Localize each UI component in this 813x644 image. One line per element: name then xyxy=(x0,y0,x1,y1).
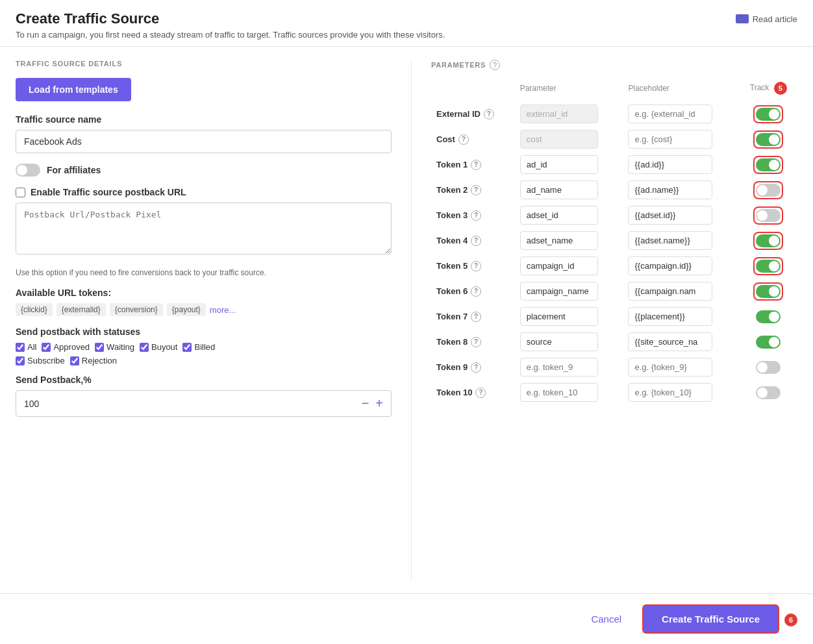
read-article-link[interactable]: Read article xyxy=(736,14,797,24)
param-row: Token 7 ? xyxy=(431,304,797,329)
postback-url-input[interactable] xyxy=(16,203,392,254)
footer: Cancel Create Traffic Source 6 xyxy=(0,593,813,644)
cancel-button[interactable]: Cancel xyxy=(581,607,632,631)
param-input[interactable] xyxy=(520,206,598,225)
track-toggle[interactable] xyxy=(756,133,781,146)
status-buyout[interactable]: Buyout xyxy=(140,342,177,352)
placeholder-input[interactable] xyxy=(628,307,712,326)
col-label xyxy=(431,79,515,101)
param-label: Cost ? xyxy=(436,134,510,145)
param-input[interactable] xyxy=(520,332,598,351)
row-help-icon[interactable]: ? xyxy=(458,134,469,145)
params-title: PARAMETERS xyxy=(431,61,486,69)
placeholder-input[interactable] xyxy=(628,180,712,199)
statuses-row-2: Subscribe Rejection xyxy=(16,356,392,365)
placeholder-input[interactable] xyxy=(628,256,712,275)
placeholder-input[interactable] xyxy=(628,332,712,351)
percent-increase-button[interactable]: + xyxy=(375,396,383,411)
token-clickid[interactable]: {clickid} xyxy=(16,303,53,316)
placeholder-input[interactable] xyxy=(628,130,712,149)
status-all[interactable]: All xyxy=(16,342,36,352)
param-row: External ID ? xyxy=(431,101,797,127)
col-parameter: Parameter xyxy=(515,79,623,101)
param-input[interactable] xyxy=(520,180,598,199)
track-toggle[interactable] xyxy=(756,184,781,197)
track-toggle[interactable] xyxy=(756,336,781,349)
token-payout[interactable]: {payout} xyxy=(167,303,206,316)
article-icon xyxy=(736,14,749,23)
create-traffic-source-button[interactable]: Create Traffic Source xyxy=(642,604,779,634)
param-input[interactable] xyxy=(520,383,598,402)
track-toggle[interactable] xyxy=(756,209,781,222)
track-toggle[interactable] xyxy=(756,310,781,323)
placeholder-input[interactable] xyxy=(628,206,712,225)
param-row: Token 2 ? xyxy=(431,177,797,203)
token-externalid[interactable]: {externalid} xyxy=(56,303,106,316)
track-toggle[interactable] xyxy=(756,234,781,247)
params-header: PARAMETERS ? xyxy=(431,60,797,70)
param-input[interactable] xyxy=(520,231,598,250)
track-toggle[interactable] xyxy=(756,158,781,171)
enable-postback-checkbox[interactable] xyxy=(16,188,25,197)
for-affiliates-toggle[interactable] xyxy=(16,164,40,177)
track-cell xyxy=(740,177,797,203)
param-label: Token 8 ? xyxy=(436,337,510,347)
row-help-icon[interactable]: ? xyxy=(484,109,494,119)
placeholder-input[interactable] xyxy=(628,383,712,402)
footer-badge: 6 xyxy=(784,613,797,626)
row-help-icon[interactable]: ? xyxy=(471,261,481,271)
row-help-icon[interactable]: ? xyxy=(471,210,481,221)
param-label: Token 4 ? xyxy=(436,236,510,246)
param-input[interactable] xyxy=(520,282,598,301)
track-toggle[interactable] xyxy=(756,386,781,399)
status-waiting[interactable]: Waiting xyxy=(95,342,134,352)
track-highlight-box xyxy=(753,257,783,275)
row-help-icon[interactable]: ? xyxy=(471,236,481,246)
token-conversion[interactable]: {conversion} xyxy=(110,303,163,316)
track-toggle[interactable] xyxy=(756,285,781,298)
track-toggle[interactable] xyxy=(756,260,781,273)
status-subscribe[interactable]: Subscribe xyxy=(16,356,65,365)
tokens-more[interactable]: more... xyxy=(210,305,236,315)
track-badge: 5 xyxy=(774,82,787,95)
placeholder-input[interactable] xyxy=(628,155,712,174)
traffic-source-name-input[interactable] xyxy=(16,130,392,153)
track-highlight-box xyxy=(753,232,783,250)
placeholder-input[interactable] xyxy=(628,358,712,377)
row-help-icon[interactable]: ? xyxy=(471,286,481,297)
row-help-icon[interactable]: ? xyxy=(471,185,481,195)
row-help-icon[interactable]: ? xyxy=(475,388,486,398)
placeholder-input[interactable] xyxy=(628,231,712,250)
track-highlight-box xyxy=(753,282,783,301)
param-input[interactable] xyxy=(520,256,598,275)
param-label: Token 1 ? xyxy=(436,160,510,170)
track-toggle[interactable] xyxy=(756,361,781,374)
track-cell xyxy=(740,253,797,279)
row-help-icon[interactable]: ? xyxy=(471,337,481,347)
row-help-icon[interactable]: ? xyxy=(471,160,481,170)
track-cell xyxy=(740,329,797,354)
percent-decrease-button[interactable]: − xyxy=(362,396,369,411)
params-help-icon[interactable]: ? xyxy=(490,60,500,70)
row-help-icon[interactable]: ? xyxy=(471,312,481,322)
status-approved[interactable]: Approved xyxy=(42,342,90,352)
col-placeholder: Placeholder xyxy=(623,79,739,101)
for-affiliates-label: For affiliates xyxy=(47,165,101,175)
row-help-icon[interactable]: ? xyxy=(471,362,481,373)
param-row: Token 3 ? xyxy=(431,203,797,228)
param-input[interactable] xyxy=(520,307,598,326)
placeholder-input[interactable] xyxy=(628,105,712,123)
param-input[interactable] xyxy=(520,358,598,377)
track-toggle[interactable] xyxy=(756,108,781,121)
status-billed[interactable]: Billed xyxy=(182,342,215,352)
postback-percent-label: Send Postback,% xyxy=(16,375,392,385)
param-input[interactable] xyxy=(520,155,598,174)
param-label: Token 9 ? xyxy=(436,362,510,373)
placeholder-input[interactable] xyxy=(628,282,712,301)
param-row: Token 10 ? xyxy=(431,380,797,405)
params-table: Parameter Placeholder Track 5 External I… xyxy=(431,79,797,405)
param-label: Token 6 ? xyxy=(436,286,510,297)
load-templates-button[interactable]: Load from templates xyxy=(16,78,131,101)
status-rejection[interactable]: Rejection xyxy=(70,356,117,365)
statuses-row-1: All Approved Waiting Buyout Billed xyxy=(16,342,392,352)
